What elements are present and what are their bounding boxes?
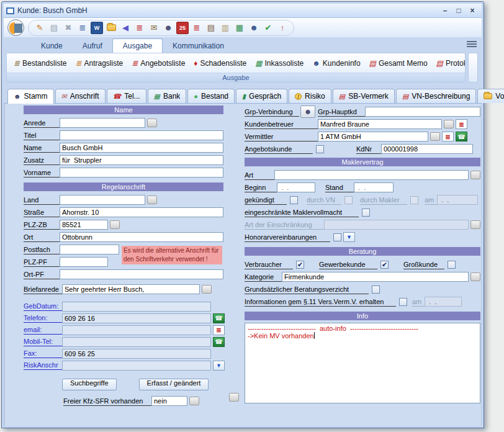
protokoll-button[interactable]: ▤Protokoll	[432, 57, 466, 70]
menu-icon[interactable]	[467, 40, 477, 48]
tab-telefon[interactable]: ☎Tel...	[107, 89, 146, 103]
suchbegriffe-button[interactable]: Suchbegriffe	[62, 379, 117, 390]
vermittler-phone-button[interactable]: ☎	[456, 132, 467, 142]
plz-pf-field[interactable]	[60, 257, 108, 267]
edit-pen-icon[interactable]: ✎	[34, 22, 46, 34]
riskanschr-dropdown-button[interactable]: ▼	[213, 361, 225, 371]
tab-vorgang[interactable]: Vorgang	[477, 89, 504, 103]
tab-risiko[interactable]: !Risiko	[289, 89, 331, 103]
tab-stamm[interactable]: ☻Stamm	[7, 89, 54, 104]
kundenbetreuer-list-button[interactable]: ≣	[456, 119, 467, 129]
anrede-field[interactable]	[60, 118, 145, 128]
telefon-field[interactable]: 609 26 16	[62, 313, 211, 323]
riskanschr-label[interactable]: RiskAnschr	[24, 361, 62, 370]
group-people-button[interactable]: ☻	[300, 106, 315, 118]
postfach-field[interactable]	[60, 245, 119, 254]
dial-phone-button[interactable]: ☎	[213, 313, 225, 323]
tab-bank[interactable]: ▦Bank	[148, 89, 187, 103]
archive-icon[interactable]: ▥	[219, 22, 232, 34]
tab-sb-vermerk[interactable]: ▤SB-Vermerk	[333, 89, 395, 103]
tab-kommunikation[interactable]: Kommunikation	[163, 39, 234, 53]
titel-field[interactable]	[60, 130, 223, 140]
email-label[interactable]: email:	[24, 325, 62, 335]
schadensliste-button[interactable]: ♦Schadensliste	[189, 57, 251, 70]
tab-vn-beschreibung[interactable]: ▤VN-Beschreibung	[396, 89, 476, 103]
discard-icon[interactable]: ✖	[62, 22, 74, 34]
mail-icon[interactable]: ✉	[148, 22, 160, 34]
gebdatum-field[interactable]	[62, 302, 211, 312]
tab-ausgabe[interactable]: Ausgabe	[112, 38, 163, 53]
kundenbetreuer-lookup-button[interactable]	[444, 120, 454, 128]
antragsliste-button[interactable]: ≣Antragsliste	[71, 57, 127, 70]
vermittler-lookup-button[interactable]	[430, 132, 440, 141]
gesamt-memo-button[interactable]: ▤Gesamt Memo	[365, 57, 432, 70]
beginn-field[interactable]: . .	[277, 182, 315, 192]
name-field[interactable]: Busch GmbH	[60, 143, 223, 153]
ort-field[interactable]: Ottobrunn	[60, 232, 223, 242]
angebotsliste-button[interactable]: ≣Angebotsliste	[127, 57, 189, 70]
vermittler-list-button[interactable]: ≣	[442, 132, 454, 142]
kfz-sfr-field[interactable]: nein	[151, 396, 187, 406]
plz-zb-field[interactable]: 85521	[60, 220, 108, 230]
bestandsliste-button[interactable]: ≣Bestandsliste	[9, 57, 71, 70]
art-lookup-button[interactable]	[470, 171, 480, 179]
beratungsverzicht-checkbox[interactable]	[372, 286, 380, 294]
mobil-label[interactable]: Mobil-Tel:	[24, 337, 62, 346]
dial-mobile-button[interactable]: ☎	[213, 337, 225, 347]
angebotskunde-checkbox[interactable]	[316, 145, 324, 153]
email-field[interactable]	[62, 325, 211, 335]
ort-pf-field[interactable]	[60, 269, 223, 279]
panel-resize-button[interactable]	[229, 393, 239, 402]
briefanrede-lookup-button[interactable]	[202, 285, 212, 294]
grp-hauptkd-field[interactable]	[365, 107, 480, 117]
honorar-checkbox[interactable]	[333, 233, 341, 241]
minimize-button[interactable]: –	[441, 6, 449, 15]
zusatz-field[interactable]: für Struppler	[60, 155, 223, 165]
tab-aufruf[interactable]: Aufruf	[73, 39, 112, 53]
art-field[interactable]	[274, 170, 469, 180]
maklervollmacht-checkbox[interactable]	[362, 209, 370, 217]
mobil-field[interactable]	[62, 337, 211, 347]
contacts-icon[interactable]: ☻	[248, 22, 260, 34]
word-icon[interactable]: W	[91, 22, 103, 34]
vorname-field[interactable]	[60, 168, 223, 178]
gekuendigt-checkbox[interactable]	[290, 196, 298, 204]
person-stats-icon[interactable]: ☻	[162, 22, 174, 34]
riskanschr-field[interactable]	[62, 361, 211, 371]
inkassoliste-button[interactable]: ▦Inkassoliste	[251, 57, 308, 70]
email-list-button[interactable]: ≣	[213, 325, 225, 335]
tab-anschrift[interactable]: ✉Anschrift	[55, 89, 106, 103]
einschraenkung-lookup-button[interactable]	[470, 220, 480, 229]
anrede-lookup-button[interactable]	[147, 119, 157, 127]
calendar-icon[interactable]: 25	[176, 22, 189, 34]
save-icon[interactable]: ▤	[48, 22, 60, 34]
vermittler-field[interactable]: 1 ATM GmbH	[318, 132, 428, 142]
info-textarea[interactable]: ------------------------------ auto-info…	[245, 323, 480, 403]
back-icon[interactable]: ◀	[119, 22, 132, 34]
kfz-sfr-lookup-button[interactable]	[189, 397, 199, 405]
kategorie-lookup-button[interactable]	[470, 272, 480, 281]
sort-icon[interactable]: ↑	[276, 22, 289, 34]
gewerbekunde-checkbox[interactable]: ✔	[380, 261, 389, 269]
informationen-checkbox[interactable]	[399, 298, 407, 306]
kundeninfo-button[interactable]: ☻Kundeninfo	[308, 57, 364, 70]
schedule-icon[interactable]: ≣	[191, 22, 203, 34]
kategorie-field[interactable]: Firmenkunde	[282, 272, 469, 282]
grosskunde-checkbox[interactable]	[448, 261, 456, 269]
honorar-dropdown-button[interactable]: ▼	[343, 232, 355, 242]
fax-label[interactable]: Fax:	[24, 349, 62, 358]
close-button[interactable]: ×	[468, 6, 477, 15]
fax-field[interactable]: 609 56 25	[62, 349, 211, 359]
tab-gespraech[interactable]: ▮Gespräch	[236, 89, 287, 103]
hierarchy-icon[interactable]: ≣	[76, 22, 89, 34]
maximize-button[interactable]: □	[454, 6, 463, 15]
document-icon[interactable]: ▤	[205, 22, 217, 34]
kundenbetreuer-field[interactable]: Manfred Braune	[318, 119, 442, 129]
folder-icon[interactable]	[105, 22, 117, 34]
tab-kunde[interactable]: Kunde	[31, 39, 73, 53]
gebdatum-label[interactable]: GebDatum:	[24, 302, 62, 311]
stand-field[interactable]: . .	[354, 182, 394, 192]
plz-lookup-button[interactable]	[110, 220, 120, 229]
strasse-field[interactable]: Ahornstr. 10	[60, 207, 223, 217]
land-lookup-button[interactable]	[147, 196, 157, 204]
